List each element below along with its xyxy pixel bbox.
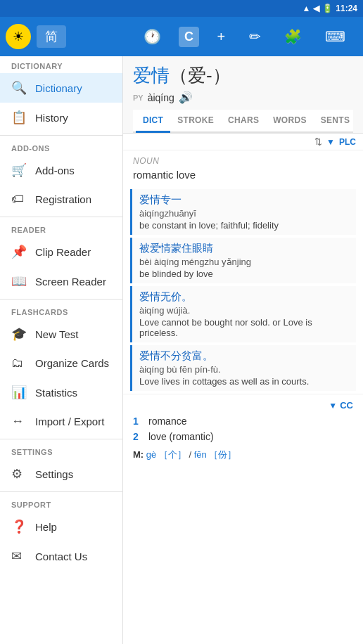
sidebar-item-organize-cards[interactable]: 🗂 Organize Cards	[0, 349, 122, 378]
example-english-4: Love lives in cottages as well as in cou…	[139, 376, 349, 387]
sidebar-label-dictionary: Dictionary	[35, 82, 82, 94]
tab-chars[interactable]: CHARS	[221, 110, 266, 133]
top-toolbar: ☀ 简 🕐 C + ✏ 🧩 ⌨	[0, 17, 363, 56]
sidebar-item-registration[interactable]: 🏷 Registration	[0, 185, 122, 214]
battery-icon: 🔋	[322, 4, 333, 13]
content-scroll[interactable]: NOUN romantic love 爱情专一 àiqíngzhuānyī be…	[123, 150, 363, 644]
section-addons: ADD-ONS	[0, 139, 122, 155]
toolbar-right: 🕐 C + ✏ 🧩 ⌨	[132, 25, 357, 48]
sidebar-item-statistics[interactable]: 📊 Statistics	[0, 378, 122, 407]
example-block-1: 爱情专一 àiqíngzhuānyī be constant in love; …	[130, 189, 356, 235]
example-block-2: 被爱情蒙住眼睛 bèi àiqíng méngzhu yǎnjing be bl…	[130, 238, 356, 283]
cc-header: ▼ CC	[123, 394, 363, 413]
mnemonic-row: M: gè ［个］ / fēn ［份］	[123, 444, 363, 465]
help-icon: ❓	[11, 519, 27, 534]
cc-label[interactable]: CC	[340, 400, 353, 411]
sidebar-label-settings: Settings	[35, 468, 73, 480]
sidebar-item-clip-reader[interactable]: 📌 Clip Reader	[0, 237, 122, 266]
clip-icon: 📌	[11, 244, 27, 259]
sidebar-label-import-export: Import / Export	[35, 416, 104, 427]
def-numbered-2: 2 love (romantic)	[123, 429, 363, 444]
time-display: 11:24	[336, 4, 357, 13]
section-settings: SETTINGS	[0, 442, 122, 459]
tab-sents[interactable]: SENTS	[314, 110, 357, 133]
sidebar: DICTIONARY 🔍 Dictionary 📋 History ADD-ON…	[0, 56, 123, 644]
sidebar-item-contact-us[interactable]: ✉ Contact Us	[0, 541, 122, 571]
sidebar-label-history: History	[35, 112, 68, 124]
status-icons: ▲ ◀ 🔋 11:24	[302, 4, 357, 13]
sidebar-item-screen-reader[interactable]: 📖 Screen Reader	[0, 266, 122, 296]
example-chinese-1: 爱情专一	[139, 193, 349, 207]
m-label: M:	[133, 449, 146, 460]
sidebar-item-new-test[interactable]: 🎓 New Test	[0, 319, 122, 349]
status-bar: ▲ ◀ 🔋 11:24	[0, 0, 363, 17]
example-pinyin-2: bèi àiqíng méngzhu yǎnjing	[139, 257, 349, 267]
cards-icon: 🗂	[11, 356, 27, 371]
sidebar-label-clip-reader: Clip Reader	[35, 246, 91, 258]
divider-3	[0, 299, 122, 300]
main-container: DICTIONARY 🔍 Dictionary 📋 History ADD-ON…	[0, 56, 363, 644]
pos-label: NOUN	[123, 150, 363, 167]
search-c-icon: C	[184, 30, 193, 44]
history-icon: 📋	[11, 110, 27, 125]
search-mode-button[interactable]: C	[179, 27, 199, 47]
def-text-2: love (romantic)	[148, 431, 214, 442]
example-english-1: be constant in love; faithful; fidelity	[139, 220, 349, 231]
book-icon: 📖	[11, 273, 27, 289]
section-dictionary: DICTIONARY	[0, 56, 122, 73]
sidebar-item-import-export[interactable]: ↔ Import / Export	[0, 407, 122, 436]
word-title: 爱情（爱-）	[133, 63, 353, 88]
tab-stroke[interactable]: STROKE	[170, 110, 221, 133]
sidebar-label-screen-reader: Screen Reader	[35, 276, 106, 288]
sidebar-label-statistics: Statistics	[35, 387, 77, 399]
cc-dropdown-arrow: ▼	[329, 401, 337, 411]
sun-icon[interactable]: ☀	[6, 24, 31, 49]
gear-icon: ⚙	[11, 466, 27, 482]
plc-badge[interactable]: PLC	[339, 137, 356, 147]
sidebar-item-addons[interactable]: 🛒 Add-ons	[0, 155, 122, 185]
tabs-bar: DICT STROKE CHARS WORDS SENTS	[133, 110, 353, 133]
wifi-icon: ◀	[313, 4, 319, 13]
mail-icon: ✉	[11, 548, 27, 564]
keyboard-icon: ⌨	[325, 28, 345, 45]
example-english-2: be blinded by love	[139, 269, 349, 279]
mnemonic-separator: /	[189, 449, 193, 460]
speaker-icon[interactable]: 🔊	[179, 91, 193, 104]
mnemonic-link-fen[interactable]: fēn ［份］	[194, 449, 237, 460]
example-chinese-4: 爱情不分贫富。	[139, 349, 349, 363]
section-support: SUPPORT	[0, 495, 122, 512]
sidebar-label-addons: Add-ons	[35, 165, 75, 176]
keyboard-button[interactable]: ⌨	[319, 25, 351, 48]
language-button[interactable]: 简	[37, 25, 66, 48]
divider-2	[0, 217, 122, 217]
tag-icon: 🏷	[11, 192, 27, 207]
tab-dict[interactable]: DICT	[136, 110, 170, 133]
grad-icon: 🎓	[11, 326, 27, 342]
sidebar-item-dictionary[interactable]: 🔍 Dictionary	[0, 73, 122, 103]
def-num-1: 1	[133, 416, 143, 427]
mnemonic-link-ge[interactable]: gè ［个］	[146, 449, 186, 460]
section-flashcards: FLASHCARDS	[0, 302, 122, 319]
def-numbered-1: 1 romance	[123, 413, 363, 429]
py-label: PY	[133, 94, 144, 102]
sidebar-item-help[interactable]: ❓ Help	[0, 512, 122, 541]
example-pinyin-3: àiqíng wújià.	[139, 305, 349, 316]
puzzle-icon: 🧩	[284, 28, 302, 45]
signal-icon: ▲	[302, 4, 310, 13]
example-block-3: 爱情无价。 àiqíng wújià. Love cannot be bough…	[130, 286, 356, 342]
add-button[interactable]: +	[211, 26, 231, 48]
search-icon: 🔍	[11, 80, 27, 96]
sidebar-label-registration: Registration	[35, 193, 91, 205]
def-num-2: 2	[133, 431, 143, 442]
section-reader: READER	[0, 220, 122, 237]
sidebar-item-settings[interactable]: ⚙ Settings	[0, 459, 122, 489]
plus-icon: +	[217, 29, 225, 45]
edit-button[interactable]: ✏	[243, 25, 267, 48]
def-text-1: romance	[148, 416, 186, 427]
word-paren: （爱-）	[170, 65, 231, 86]
history-icon-button[interactable]: 🕐	[138, 25, 167, 48]
pinyin-row: PY àiqíng 🔊	[133, 91, 353, 104]
sidebar-item-history[interactable]: 📋 History	[0, 103, 122, 132]
tab-words[interactable]: WORDS	[266, 110, 314, 133]
puzzle-button[interactable]: 🧩	[279, 25, 307, 48]
